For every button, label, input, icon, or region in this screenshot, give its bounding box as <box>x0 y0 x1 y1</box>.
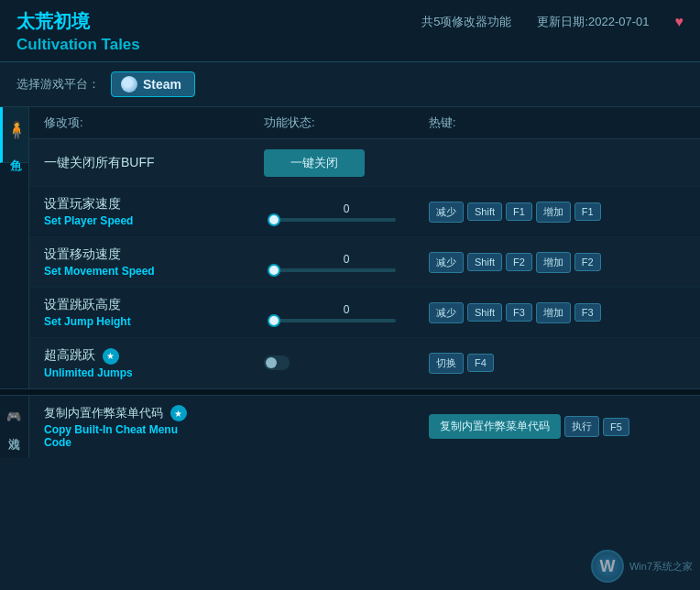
main-panel: 修改项: 功能状态: 热键: 一键关闭所有BUFF 一键关闭 设置玩家速度 Se… <box>29 107 700 388</box>
hk-exec-f5[interactable]: 执行 <box>564 416 599 437</box>
game-title-cn: 太荒初境 <box>16 9 90 34</box>
cheat-code-hotkeys: 复制内置作弊菜单代码 执行 F5 <box>429 414 685 439</box>
update-date: 更新日期:2022-07-01 <box>537 14 649 30</box>
bottom-section: 🎮 游戏 复制内置作弊菜单代码 ★ Copy Built-In Cheat Me… <box>0 396 700 459</box>
move-speed-slider-container: 0 <box>264 253 429 272</box>
hk-f1-right[interactable]: F1 <box>574 202 601 221</box>
platform-label: 选择游戏平台： <box>16 76 100 93</box>
move-speed-thumb[interactable] <box>268 264 280 277</box>
hk-decrease-f1[interactable]: 减少 <box>429 202 464 223</box>
toggle-dot <box>266 357 277 368</box>
hk-f1-left[interactable]: F1 <box>506 202 532 221</box>
mod-section: 一键关闭所有BUFF 一键关闭 设置玩家速度 Set Player Speed … <box>29 139 700 388</box>
hk-f4[interactable]: F4 <box>467 354 494 372</box>
hk-f3-left[interactable]: F3 <box>506 303 532 322</box>
hk-f2-left[interactable]: F2 <box>506 253 532 271</box>
steam-label: Steam <box>143 77 181 92</box>
move-speed-hotkeys: 减少 Shift F2 增加 F2 <box>429 252 685 273</box>
hk-decrease-f3[interactable]: 减少 <box>429 302 464 323</box>
col-mod: 修改项: <box>44 115 264 131</box>
watermark-text: Win7系统之家 <box>629 560 693 574</box>
watermark-logo-icon: W <box>591 550 624 583</box>
header-meta: 共5项修改器功能 更新日期:2022-07-01 ♥ <box>421 14 684 30</box>
hk-decrease-f2[interactable]: 减少 <box>429 252 464 273</box>
table-row: 一键关闭所有BUFF 一键关闭 <box>29 139 700 187</box>
hk-increase-f2[interactable]: 增加 <box>536 252 571 273</box>
hk-f2-right[interactable]: F2 <box>574 253 601 271</box>
hk-shift-f1[interactable]: Shift <box>467 202 502 221</box>
mod-header: 修改项: 功能状态: 热键: <box>29 107 700 139</box>
steam-logo-icon <box>121 76 137 93</box>
col-status: 功能状态: <box>264 115 429 131</box>
content-area: 🧍 角色 修改项: 功能状态: 热键: 一键关闭所有BUFF 一键关闭 <box>0 107 700 388</box>
hk-increase-f1[interactable]: 增加 <box>536 202 571 223</box>
mod-name-unlimited-jumps: 超高跳跃 ★ Unlimited Jumps <box>44 347 264 379</box>
hk-f3-right[interactable]: F3 <box>574 303 601 322</box>
hk-increase-f3[interactable]: 增加 <box>536 302 571 323</box>
watermark: W Win7系统之家 <box>591 550 693 583</box>
header-top: 太荒初境 共5项修改器功能 更新日期:2022-07-01 ♥ <box>16 9 684 34</box>
unlimited-jumps-hotkeys: 切换 F4 <box>429 353 685 374</box>
table-row: 超高跳跃 ★ Unlimited Jumps 切换 F4 <box>29 338 700 388</box>
player-speed-slider-container: 0 <box>264 202 429 222</box>
move-speed-slider[interactable] <box>268 268 396 272</box>
favorite-icon[interactable]: ♥ <box>675 14 684 30</box>
buff-toggle-button[interactable]: 一键关闭 <box>264 149 365 177</box>
player-speed-thumb[interactable] <box>268 213 280 226</box>
sidebar: 🧍 角色 <box>0 107 29 388</box>
hk-f5[interactable]: F5 <box>603 418 629 436</box>
hk-shift-f2[interactable]: Shift <box>467 253 502 271</box>
mod-name-player-speed: 设置玩家速度 Set Player Speed <box>44 196 264 227</box>
sidebar-tab-game[interactable]: 🎮 游戏 <box>0 396 27 442</box>
game-icon: 🎮 <box>7 409 21 423</box>
hk-switch-f4[interactable]: 切换 <box>429 353 464 374</box>
mod-name-jump-height: 设置跳跃高度 Set Jump Height <box>44 297 264 328</box>
bottom-sidebar: 🎮 游戏 <box>0 396 29 459</box>
jump-height-slider[interactable] <box>268 319 396 322</box>
section-separator <box>0 388 700 396</box>
mod-name-cheat-code: 复制内置作弊菜单代码 ★ Copy Built-In Cheat MenuCod… <box>44 405 264 450</box>
game-title-en: Cultivation Tales <box>16 36 684 54</box>
table-row: 设置移动速度 Set Movement Speed 0 减少 Shift F2 … <box>29 237 700 288</box>
steam-button[interactable]: Steam <box>111 71 195 97</box>
mod-name-buff: 一键关闭所有BUFF <box>44 155 264 171</box>
hk-shift-f3[interactable]: Shift <box>467 303 502 322</box>
platform-bar: 选择游戏平台： Steam <box>0 62 700 107</box>
bottom-main: 复制内置作弊菜单代码 ★ Copy Built-In Cheat MenuCod… <box>29 396 700 459</box>
jump-height-thumb[interactable] <box>268 314 280 327</box>
col-hotkey: 热键: <box>429 115 685 131</box>
unlimited-jumps-toggle[interactable] <box>264 355 290 370</box>
jump-height-slider-container: 0 <box>264 303 429 322</box>
star-badge-icon: ★ <box>103 348 119 365</box>
table-row: 设置跳跃高度 Set Jump Height 0 减少 Shift F3 增加 … <box>29 288 700 338</box>
player-speed-hotkeys: 减少 Shift F1 增加 F1 <box>429 202 685 223</box>
star-badge-cheat-icon: ★ <box>170 405 187 421</box>
player-speed-slider[interactable] <box>268 218 396 222</box>
copy-cheat-button[interactable]: 复制内置作弊菜单代码 <box>429 414 561 439</box>
jump-height-hotkeys: 减少 Shift F3 增加 F3 <box>429 302 685 323</box>
mod-name-move-speed: 设置移动速度 Set Movement Speed <box>44 246 264 278</box>
mod-count: 共5项修改器功能 <box>421 14 511 30</box>
table-row: 设置玩家速度 Set Player Speed 0 减少 Shift F1 增加… <box>29 187 700 237</box>
character-icon: 🧍 <box>5 120 26 140</box>
header: 太荒初境 共5项修改器功能 更新日期:2022-07-01 ♥ Cultivat… <box>0 0 700 62</box>
sidebar-tab-character[interactable]: 🧍 角色 <box>0 107 28 163</box>
